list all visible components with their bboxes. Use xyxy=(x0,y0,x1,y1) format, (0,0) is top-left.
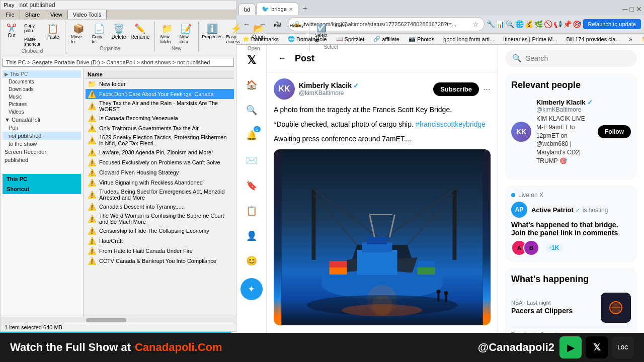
fe-btn-invert[interactable]: Invert xyxy=(332,22,350,44)
sidebar-item-home[interactable]: 🏠 xyxy=(240,74,263,96)
bm-more[interactable]: » xyxy=(626,35,635,43)
fe-left-music[interactable]: Music xyxy=(3,93,81,101)
more-options-btn[interactable]: ··· xyxy=(483,84,491,95)
fe-btn-history[interactable]: History xyxy=(288,22,306,46)
sidebar-item-more[interactable]: 😊 xyxy=(240,250,263,272)
search-box[interactable]: 🔍 xyxy=(505,50,637,67)
list-item[interactable]: ⚠️Cloward Piven Housing Strategy xyxy=(86,167,234,177)
minimize-btn[interactable]: ─ xyxy=(623,5,628,13)
list-item[interactable]: 📁 New folder xyxy=(86,79,234,89)
ext-icon-4[interactable]: 🌐 xyxy=(515,20,524,28)
fe-left-documents[interactable]: Documents xyxy=(3,78,81,85)
search-input[interactable] xyxy=(526,54,630,62)
list-item[interactable]: ⚠️Censorship to Hide The Collapsing Econ… xyxy=(86,226,234,236)
ext-icon-2[interactable]: 📊 xyxy=(496,20,505,28)
fe-btn-selectall[interactable]: ☑️ Select all xyxy=(312,22,331,44)
fe-btn-copypath[interactable]: Copy path xyxy=(22,22,43,35)
sidebar-item-lists[interactable]: 📋 xyxy=(240,200,263,222)
list-item[interactable]: ⚠️They Tax the Air and the Rain - Marxis… xyxy=(86,99,234,113)
fe-btn-delete[interactable]: 🗑️ Delete xyxy=(110,22,128,46)
bm-affiliate[interactable]: 🔗 affiliate xyxy=(370,35,403,43)
sidebar-item-search[interactable]: 🔍 xyxy=(240,99,263,121)
close-btn[interactable]: ✕ xyxy=(636,5,642,13)
star-icon[interactable]: ☆ xyxy=(472,20,479,28)
compose-post-btn[interactable]: ✦ xyxy=(240,278,263,300)
ext-icon-5[interactable]: 💰 xyxy=(525,20,533,28)
list-item[interactable]: ⚠️1629 Sneaky Election Tactics, Protesti… xyxy=(86,133,234,147)
back-to-feed-btn[interactable]: ← xyxy=(274,50,291,67)
fe-play-btn[interactable]: Play xyxy=(4,2,14,8)
fe-tab-videotools[interactable]: Video Tools xyxy=(68,10,107,19)
list-item[interactable]: ⚠️Only Traitorous Governments Tax the Ai… xyxy=(86,123,234,133)
fe-left-published[interactable]: published xyxy=(3,156,81,164)
fe-address-bar[interactable]: This PC > Seagate Portable Drive (D:) > … xyxy=(3,58,234,67)
fe-btn-properties[interactable]: ℹ️ Properties xyxy=(202,22,223,46)
ext-icon-8[interactable]: 📢 xyxy=(553,20,562,28)
ext-icon-10[interactable]: 🎯 xyxy=(573,20,581,28)
new-tab-btn[interactable]: + xyxy=(299,2,311,15)
fe-btn-moveto[interactable]: 📦 Move to xyxy=(68,22,88,46)
bm-all-bookmarks[interactable]: 📁 All Bookmarks xyxy=(638,35,644,43)
browser-tab-bd[interactable]: bd xyxy=(238,4,256,15)
list-item[interactable]: ⚠️Is Canada Becoming Venezuela xyxy=(86,113,234,123)
list-item[interactable]: ⚠️Focused Exclusively on Problems we Can… xyxy=(86,157,234,167)
ext-icon-9[interactable]: 📌 xyxy=(563,20,572,28)
list-item[interactable]: ⚠️Canada's Descent into Tyranny,..... xyxy=(86,202,234,212)
sidebar-item-notifications[interactable]: 🔔 5 xyxy=(240,124,263,146)
list-item[interactable]: ⚠️HateCraft xyxy=(86,236,234,246)
fe-btn-pasteshortcut[interactable]: Paste shortcut xyxy=(22,35,43,48)
list-item[interactable]: ⚠️Trudeau Being Sued for Emergencies Act… xyxy=(86,188,234,202)
bm-itineraries[interactable]: Itineraries | Prime M... xyxy=(500,35,560,43)
follow-button[interactable]: Follow xyxy=(598,125,631,138)
fe-shortcut-thispc[interactable]: This PC xyxy=(3,174,81,184)
bm-photos[interactable]: 📷 Photos xyxy=(406,35,437,43)
x-logo-icon[interactable]: 𝕏 xyxy=(586,336,608,358)
fe-btn-easyaccess[interactable]: ⚡ Easy access xyxy=(224,22,249,46)
relaunch-btn[interactable]: Relaunch to update xyxy=(583,19,641,29)
fe-left-poli[interactable]: Poli xyxy=(3,124,81,132)
ext-icon-1[interactable]: 🔧 xyxy=(487,20,495,28)
list-item[interactable]: ⚠️From Hate to Haiti Canada Under Fire xyxy=(86,246,234,256)
fe-scrollbar-h[interactable] xyxy=(1,317,236,323)
bm-longform[interactable]: good long form arti... xyxy=(440,35,497,43)
ext-icon-7[interactable]: 🚫 xyxy=(544,20,552,28)
fe-btn-paste[interactable]: 📋 Paste xyxy=(44,22,62,48)
fe-left-videos[interactable]: Videos xyxy=(3,108,81,116)
list-item[interactable]: ⚠️The Word Woman is Confusing the Suprem… xyxy=(86,212,234,226)
ext-icon-6[interactable]: 🌿 xyxy=(534,20,543,28)
trend-item-1[interactable]: NBA · Last night Pacers at Clippers xyxy=(511,289,631,327)
list-item[interactable]: ⚠️Virtue Signaling with Reckless Abandon… xyxy=(86,177,234,188)
fe-left-notpublished[interactable]: not published xyxy=(3,132,81,140)
fe-btn-cut[interactable]: ✂️ Cut xyxy=(3,22,21,48)
fe-left-pictures[interactable]: Pictures xyxy=(3,101,81,108)
sidebar-item-bookmarks[interactable]: 🔖 xyxy=(240,174,263,197)
fe-tab-share[interactable]: Share xyxy=(20,10,45,19)
logo-icon[interactable]: LOC xyxy=(612,336,634,358)
browser-tab-bridge[interactable]: 🐦 bridge ✕ xyxy=(256,3,298,15)
tab-close-btn[interactable]: ✕ xyxy=(289,7,293,12)
list-item[interactable]: ⚠️Lawfare, 2030 Agenda Pin, Zionism and … xyxy=(86,147,234,157)
fe-btn-copyto[interactable]: 📄 Copy to xyxy=(89,22,108,46)
fe-btn-rename[interactable]: ✏️ Rename xyxy=(129,22,151,46)
fe-left-this-pc[interactable]: ▶ This PC xyxy=(3,70,81,78)
fe-left-canadapoli[interactable]: ▼ CanadaPoli xyxy=(3,116,81,124)
bm-bill174[interactable]: Bill 174 provides cla... xyxy=(564,35,623,43)
fe-left-totheshow[interactable]: to the show xyxy=(3,140,81,148)
post-hashtag[interactable]: #francisscottkeybridge xyxy=(416,120,486,128)
fe-btn-edit[interactable]: Edit xyxy=(269,22,287,46)
list-item[interactable]: ⚠️ Facts Don't Care About Your Feelings,… xyxy=(86,89,234,99)
sidebar-item-profile[interactable]: 👤 xyxy=(240,225,263,247)
fe-btn-newitem[interactable]: 📝 New item xyxy=(177,22,195,46)
subscribe-button[interactable]: Subscribe xyxy=(433,82,479,96)
fe-left-downloads[interactable]: Downloads xyxy=(3,85,81,93)
fe-tab-view[interactable]: View xyxy=(45,10,68,19)
list-item[interactable]: ⚠️CCTV Canada & Bankrupt You Into Compli… xyxy=(86,256,234,266)
fe-tab-file[interactable]: File xyxy=(1,10,20,19)
restore-btn[interactable]: □ xyxy=(630,5,634,13)
play-icon[interactable]: ▶ xyxy=(559,336,582,358)
fe-btn-open[interactable]: 📂 Open xyxy=(250,22,268,46)
fe-btn-newfolder[interactable]: 📁 New folder xyxy=(158,22,176,46)
fe-shortcut-shortcut[interactable]: Shortcut xyxy=(3,184,81,194)
twitter-logo[interactable]: 𝕏 xyxy=(243,50,260,71)
ext-icon-3[interactable]: 🔍 xyxy=(506,20,514,28)
